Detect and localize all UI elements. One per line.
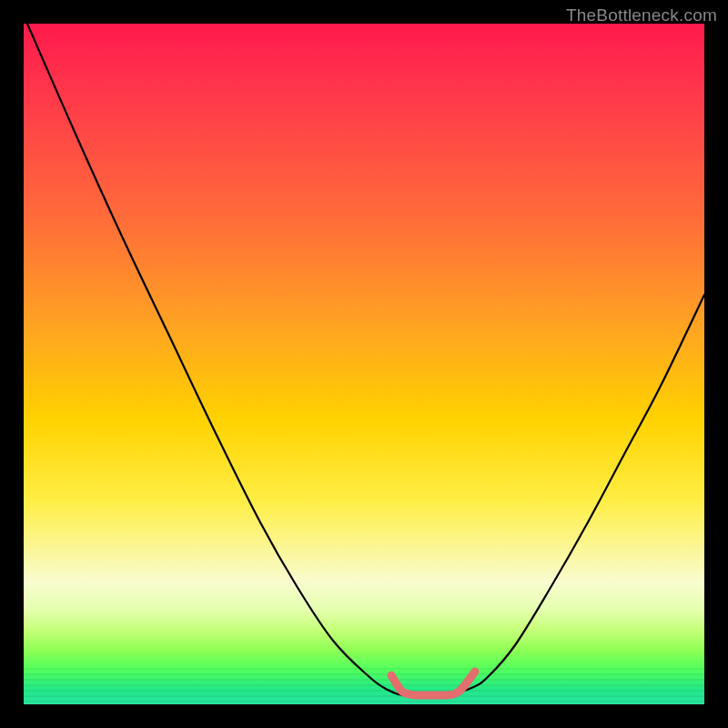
bottom-marker xyxy=(391,672,475,695)
watermark-text: TheBottleneck.com xyxy=(566,5,717,25)
curve-right-arm xyxy=(415,295,704,695)
curve-left-arm xyxy=(27,24,415,695)
curve-layer xyxy=(24,24,704,704)
chart-root: TheBottleneck.com xyxy=(0,0,728,728)
plot-area xyxy=(24,24,704,704)
